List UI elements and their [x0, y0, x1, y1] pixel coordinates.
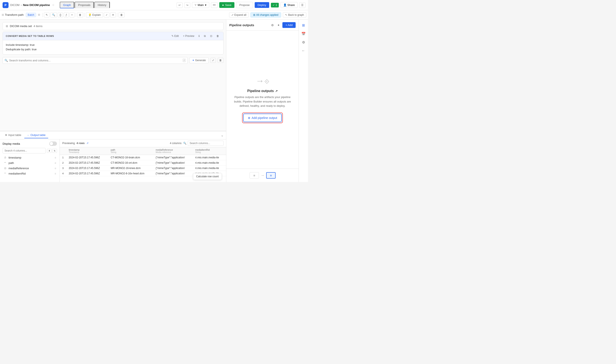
- col-sort-buttons: ⬇ ⇅: [47, 149, 57, 153]
- func-button[interactable]: ƒ: [64, 12, 69, 17]
- tag-settings-icon[interactable]: ⚙: [38, 13, 40, 16]
- previewing-bar: Previewing 4 rows ↗ 4 columns 🔍: [60, 139, 226, 147]
- pipeline-outputs-export-icon[interactable]: ↗: [275, 89, 278, 93]
- col-menu-timestamp[interactable]: ≡: [54, 156, 56, 159]
- tc-edit-button[interactable]: ✎ Edit: [170, 34, 180, 38]
- far-right-back-button[interactable]: ←: [300, 47, 307, 54]
- branch-selector[interactable]: ⑂ Main ▾: [192, 2, 209, 8]
- data-table: timestamp Timestamp path String mediaRef…: [60, 147, 226, 176]
- th-timestamp-type: Timestamp: [69, 151, 106, 154]
- delete-search-button[interactable]: 🗑: [217, 58, 224, 63]
- tab-graph[interactable]: Graph: [60, 2, 74, 8]
- tab-output-table[interactable]: → Output table: [24, 132, 48, 138]
- cell-path-1: CT-MONO2-16-brain.dcm: [108, 155, 153, 160]
- col-download-button[interactable]: ⬇: [47, 149, 52, 153]
- tc-preview-button[interactable]: + Preview: [182, 34, 196, 38]
- col-name-timestamp: timestamp: [9, 156, 53, 159]
- th-mediaReference-type: Media reference: [156, 151, 190, 154]
- media-set-header: ⊞ DICOM media set 4 items: [2, 22, 224, 30]
- formula-button[interactable]: {}: [58, 12, 63, 17]
- undo-button[interactable]: ↩: [177, 2, 183, 8]
- col-item-path[interactable]: "" path ≡: [2, 160, 57, 165]
- generate-button[interactable]: ✦ Generate: [189, 57, 209, 63]
- display-media-toggle[interactable]: [49, 142, 57, 146]
- edit-button[interactable]: ✎: [44, 12, 50, 17]
- right-layout-button[interactable]: ✦: [276, 23, 281, 28]
- far-right-table-button[interactable]: ⊞: [300, 21, 307, 29]
- tc-delete-button[interactable]: 🗑: [215, 34, 220, 38]
- share-button[interactable]: 👤 Share: [281, 2, 297, 8]
- col-type-icon-mediaItemRid: "": [3, 172, 7, 175]
- col-menu-path[interactable]: ≡: [54, 162, 56, 165]
- col-search-input[interactable]: [2, 148, 46, 154]
- mini-card-1[interactable]: ⊞: [250, 172, 259, 179]
- tab-proposals[interactable]: Proposals: [75, 2, 94, 8]
- export-icon[interactable]: ↗: [86, 142, 89, 145]
- col-type-icon-mediaReference: ⊡: [3, 167, 7, 170]
- explain-label: Explain: [92, 13, 101, 16]
- media-set-items-count: 4 items: [33, 25, 42, 28]
- col-item-mediaItemRid[interactable]: "" mediaItemRid ≡: [2, 171, 57, 176]
- display-media-label: Display media: [2, 142, 20, 145]
- col-sort-button[interactable]: ⇅: [52, 149, 57, 153]
- col-item-mediaReference[interactable]: ⊡ mediaReference ≡: [2, 166, 57, 171]
- far-right-calendar-button[interactable]: 📅: [300, 30, 307, 38]
- calculate-row-count-button[interactable]: Calculate row count: [193, 173, 222, 180]
- sub-bar-left: ⊞ Transform path Batch ⚙ ✎ 🔍 {} ƒ + 🗑 💡 …: [2, 12, 125, 17]
- checks-badge[interactable]: ✓ 1: [271, 3, 279, 7]
- tc-duplicate-button[interactable]: ⊡: [209, 34, 214, 38]
- save-button[interactable]: ● Save: [219, 2, 235, 8]
- transform-path-icon: ⊞: [2, 13, 4, 16]
- back-to-graph-button[interactable]: ↖ Back to graph: [283, 12, 306, 17]
- generate-label: Generate: [195, 59, 206, 62]
- tc-copy-button[interactable]: ⧉: [203, 34, 207, 38]
- redo-button[interactable]: ↪: [184, 2, 190, 8]
- trash-button[interactable]: 🗑: [119, 12, 125, 17]
- tc-info-button[interactable]: ℹ: [197, 34, 201, 38]
- column-list: ⏱ timestamp ≡ "" path ≡ ⊡ mediaReference: [2, 155, 57, 176]
- search-input[interactable]: [2, 57, 188, 64]
- pipeline-outputs-title: Pipeline outputs ↗: [247, 89, 278, 93]
- divider-4: [117, 13, 117, 17]
- collapse-bottom-panel[interactable]: ⌄: [221, 133, 224, 137]
- col-item-timestamp[interactable]: ⏱ timestamp ≡: [2, 155, 57, 160]
- col-menu-mediaItemRid[interactable]: ≡: [54, 172, 56, 175]
- transform-card-header: CONVERT MEDIA SET TO TABLE ROWS ✎ Edit +…: [3, 32, 223, 40]
- far-right-sliders-button[interactable]: ⚙: [300, 38, 307, 46]
- deploy-button[interactable]: Deploy: [255, 2, 269, 8]
- all-changes-applied-button[interactable]: ⊞ All changes applied: [250, 12, 281, 17]
- divider-1: [42, 13, 43, 17]
- pipeline-outputs-icon: →⟐: [256, 76, 269, 86]
- breadcrumb-star[interactable]: ☆: [52, 3, 54, 7]
- right-panel: Pipeline outputs ⚙ ✦ + Add →⟐ Pipeline o…: [226, 20, 299, 182]
- breadcrumb-parent[interactable]: DICOM: [10, 3, 19, 7]
- menu-icon[interactable]: ☰: [299, 2, 306, 8]
- add-pipeline-plus-icon: ⊕: [248, 116, 250, 119]
- expand-transform-button[interactable]: ⤢: [210, 58, 216, 63]
- add-pipeline-output-button[interactable]: ⊕ Add pipeline output: [243, 114, 282, 122]
- bottom-right-table-area: Previewing 4 rows ↗ 4 columns 🔍: [60, 139, 226, 182]
- media-set-icon: ⊞: [6, 25, 8, 28]
- tab-input-table[interactable]: ⊞ Input table: [2, 132, 24, 138]
- th-timestamp: timestamp Timestamp: [66, 147, 108, 155]
- th-row-num: [60, 147, 66, 155]
- add-pipeline-button[interactable]: + Add: [282, 22, 296, 28]
- tab-history[interactable]: History: [94, 2, 110, 8]
- divider-3: [84, 13, 85, 17]
- delete-transform-button[interactable]: 🗑: [77, 12, 83, 17]
- add-transform-button[interactable]: +: [69, 12, 74, 17]
- col-search-right-input[interactable]: [188, 141, 224, 146]
- expand-all-button[interactable]: ⤢ Expand all: [229, 12, 249, 17]
- mini-card-2[interactable]: ⊞: [266, 172, 276, 179]
- more-button[interactable]: •••: [211, 2, 217, 8]
- right-settings-button[interactable]: ⚙: [270, 23, 275, 28]
- col-search-icon: 🔍: [183, 142, 187, 145]
- cell-ts-2: 2024-02-20T15:17:45.596Z: [66, 160, 108, 166]
- propose-button[interactable]: Propose: [236, 2, 253, 8]
- save-icon: ●: [222, 3, 224, 7]
- explain-button[interactable]: 💡 Explain: [86, 12, 103, 17]
- search-transform-button[interactable]: 🔍: [50, 12, 57, 17]
- col-menu-mediaReference[interactable]: ≡: [54, 167, 56, 170]
- close-button[interactable]: ✕: [110, 12, 116, 17]
- check-button[interactable]: ✓: [104, 12, 109, 17]
